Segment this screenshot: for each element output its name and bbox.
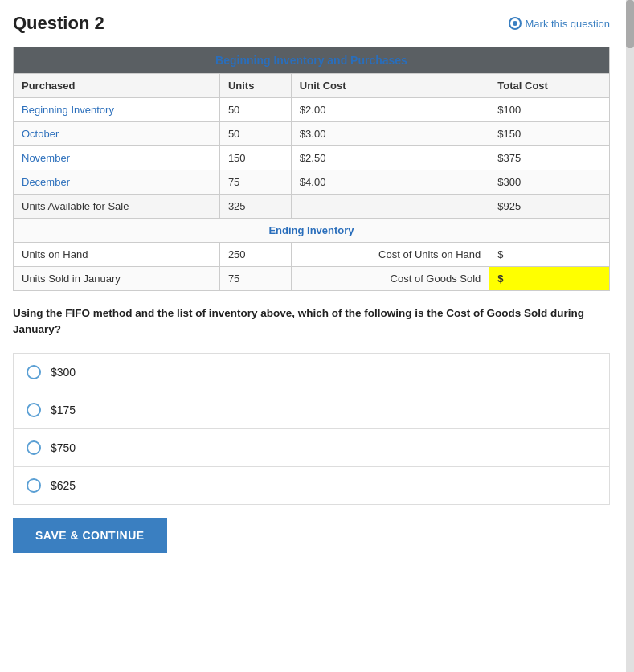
section2-header: Ending Inventory <box>14 219 610 243</box>
inventory-table: Beginning Inventory and Purchases Purcha… <box>13 47 610 291</box>
row-total-cost: $375 <box>489 146 610 170</box>
table-row: October 50 $3.00 $150 <box>14 122 610 146</box>
table-row: Units on Hand 250 Cost of Units on Hand … <box>14 243 610 267</box>
col-purchased: Purchased <box>14 74 220 98</box>
row-purchased: November <box>14 146 220 170</box>
units-available-unit-cost <box>291 195 489 219</box>
row-units: 50 <box>219 98 291 122</box>
row-unit-cost: $3.00 <box>291 122 489 146</box>
table-row: Beginning Inventory 50 $2.00 $100 <box>14 98 610 122</box>
ending-row-label: Units Sold in January <box>14 267 220 291</box>
bookmark-icon <box>509 17 522 30</box>
units-available-units: 325 <box>219 195 291 219</box>
answer-option-1[interactable]: $300 <box>14 354 609 391</box>
answer-option-4[interactable]: $625 <box>14 467 609 504</box>
question-text: Using the FIFO method and the list of in… <box>13 305 610 338</box>
radio-button-1[interactable] <box>27 365 41 379</box>
ending-row-label: Units on Hand <box>14 243 220 267</box>
ending-cost-label: Cost of Units on Hand <box>291 243 489 267</box>
answer-label-2: $175 <box>51 404 76 416</box>
table-row: November 150 $2.50 $375 <box>14 146 610 170</box>
ending-cost-value: $ <box>489 243 610 267</box>
col-units: Units <box>219 74 291 98</box>
scrollbar[interactable] <box>626 0 634 672</box>
row-unit-cost: $2.50 <box>291 146 489 170</box>
answer-option-2[interactable]: $175 <box>14 391 609 429</box>
row-purchased: October <box>14 122 220 146</box>
mark-question-label: Mark this question <box>526 18 611 30</box>
scrollbar-thumb <box>626 0 634 48</box>
row-total-cost: $300 <box>489 170 610 195</box>
radio-button-3[interactable] <box>27 440 41 455</box>
row-units: 75 <box>219 170 291 195</box>
units-available-label: Units Available for Sale <box>14 195 220 219</box>
mark-question-button[interactable]: Mark this question <box>509 17 611 30</box>
row-total-cost: $100 <box>489 98 610 122</box>
row-unit-cost: $4.00 <box>291 170 489 195</box>
row-unit-cost: $2.00 <box>291 98 489 122</box>
save-continue-button[interactable]: SAVE & CONTINUE <box>13 518 167 553</box>
page-title: Question 2 <box>13 13 104 34</box>
row-purchased: Beginning Inventory <box>14 98 220 122</box>
ending-row-units: 250 <box>219 243 291 267</box>
units-available-total: $925 <box>489 195 610 219</box>
table-row: Units Sold in January 75 Cost of Goods S… <box>14 267 610 291</box>
row-purchased: December <box>14 170 220 195</box>
answer-option-3[interactable]: $750 <box>14 429 609 467</box>
answer-options: $300 $175 $750 $625 <box>13 353 610 505</box>
header-row: Question 2 Mark this question <box>13 13 610 34</box>
row-units: 50 <box>219 122 291 146</box>
col-total-cost: Total Cost <box>489 74 610 98</box>
row-total-cost: $150 <box>489 122 610 146</box>
ending-inventory-header-row: Ending Inventory <box>14 219 610 243</box>
answer-label-1: $300 <box>51 366 76 379</box>
section1-header: Beginning Inventory and Purchases <box>14 47 610 74</box>
cogs-value-cell: $ <box>489 267 610 291</box>
row-units: 150 <box>219 146 291 170</box>
radio-button-2[interactable] <box>27 403 41 417</box>
table-row: December 75 $4.00 $300 <box>14 170 610 195</box>
content-area: Question 2 Mark this question Beginning … <box>0 0 626 569</box>
ending-row-units: 75 <box>219 267 291 291</box>
answer-label-3: $750 <box>51 441 76 454</box>
save-button-area: SAVE & CONTINUE <box>13 505 610 553</box>
units-available-row: Units Available for Sale 325 $925 <box>14 195 610 219</box>
col-unit-cost: Unit Cost <box>291 74 489 98</box>
radio-button-4[interactable] <box>27 478 41 493</box>
ending-cost-label: Cost of Goods Sold <box>291 267 489 291</box>
answer-label-4: $625 <box>51 479 76 492</box>
page-container: Question 2 Mark this question Beginning … <box>0 0 634 672</box>
